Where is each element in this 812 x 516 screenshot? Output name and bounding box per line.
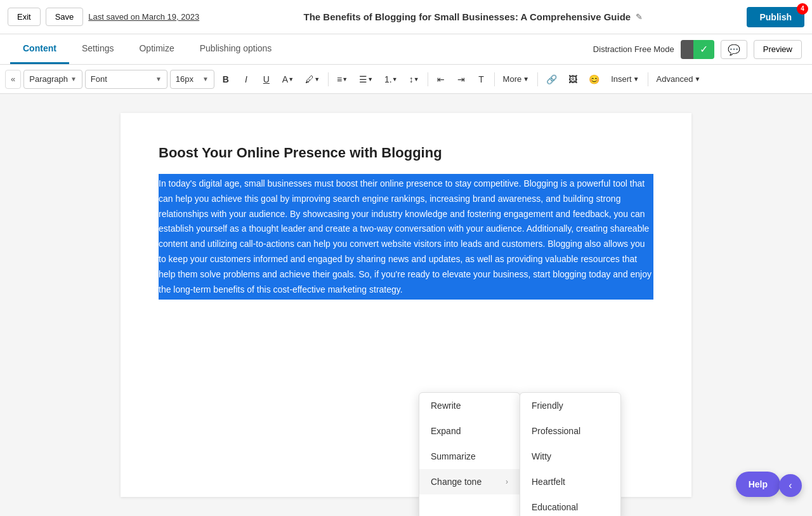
submenu-item-heartfelt[interactable]: Heartfelt: [520, 469, 620, 494]
emoji-icon: 😊: [589, 74, 599, 84]
format-button[interactable]: T: [473, 70, 490, 89]
tab-optimize[interactable]: Optimize: [126, 34, 187, 64]
page-title: The Benefits of Blogging for Small Busin…: [304, 11, 631, 22]
font-size-chevron: ▼: [202, 76, 209, 83]
rewrite-label: Rewrite: [431, 400, 461, 411]
list-button[interactable]: ☰ ▼: [355, 70, 377, 89]
align-icon: ≡: [337, 74, 342, 84]
document-heading: Boost Your Online Presence with Blogging: [159, 145, 653, 161]
indent-right-icon: ⇥: [457, 74, 465, 84]
divider-4: [537, 72, 538, 86]
tab-publishing-options[interactable]: Publishing options: [187, 34, 285, 64]
highlight-icon: 🖊: [305, 74, 314, 84]
chat-button[interactable]: 💬: [721, 40, 747, 59]
indent-left-icon: ⇤: [437, 74, 445, 84]
font-label: Font: [91, 74, 107, 84]
nav-tab-right: Distraction Free Mode ✓ 💬 Preview: [593, 40, 802, 59]
link-icon: 🔗: [546, 74, 557, 84]
link-button[interactable]: 🔗: [542, 70, 561, 89]
advanced-chevron: ▼: [694, 76, 700, 83]
toggle-on-btn[interactable]: ✓: [693, 40, 714, 59]
toggle-off-btn[interactable]: [681, 40, 693, 59]
list-icon: ☰: [359, 74, 367, 84]
menu-item-change-tone[interactable]: Change tone ›: [419, 469, 520, 494]
preview-button[interactable]: Preview: [754, 40, 802, 59]
editor-document: Boost Your Online Presence with Blogging…: [121, 113, 691, 497]
top-bar-left: Exit Save Last saved on March 19, 2023: [8, 8, 199, 26]
paragraph-select[interactable]: Paragraph ▼: [23, 70, 82, 89]
expand-label: Expand: [431, 426, 461, 436]
divider-2: [428, 72, 428, 86]
more-label: More: [503, 74, 522, 84]
image-button[interactable]: 🖼: [564, 70, 582, 89]
advanced-label: Advanced: [657, 74, 693, 84]
advanced-button[interactable]: Advanced ▼: [652, 70, 705, 89]
tab-settings[interactable]: Settings: [69, 34, 127, 64]
top-bar-right: Publish 4: [747, 7, 804, 27]
change-tone-chevron: ›: [506, 477, 508, 486]
paragraph-label: Paragraph: [29, 74, 68, 84]
divider-1: [328, 72, 329, 86]
line-height-icon: ↕: [409, 74, 414, 84]
text-color-icon: A: [282, 74, 288, 84]
font-select[interactable]: Font ▼: [85, 70, 167, 89]
help-button[interactable]: Help: [736, 472, 780, 497]
font-size-select[interactable]: 16px ▼: [170, 70, 214, 89]
emoji-button[interactable]: 😊: [584, 70, 604, 89]
font-chevron: ▼: [155, 76, 162, 83]
paragraph-chevron: ▼: [70, 76, 77, 83]
italic-button[interactable]: I: [237, 70, 255, 89]
ordered-list-icon: 1.: [384, 74, 392, 84]
insert-button[interactable]: Insert ▼: [606, 70, 643, 89]
context-submenu: Friendly Professional Witty Heartfelt Ed…: [520, 392, 621, 516]
publish-badge: 4: [797, 3, 808, 15]
divider-3: [494, 72, 495, 86]
save-button[interactable]: Save: [46, 8, 84, 26]
line-height-button[interactable]: ↕ ▼: [405, 70, 424, 89]
nav-tabs: Content Settings Optimize Publishing opt…: [0, 34, 812, 65]
context-menu-container: Rewrite Expand Summarize Change tone › F…: [419, 392, 621, 516]
indent-left-button[interactable]: ⇤: [432, 70, 450, 89]
insert-label: Insert: [611, 74, 632, 84]
toolbar: « Paragraph ▼ Font ▼ 16px ▼ B I U A ▼ 🖊 …: [0, 65, 812, 94]
highlight-button[interactable]: 🖊 ▼: [301, 70, 324, 89]
content-area: Boost Your Online Presence with Blogging…: [0, 94, 812, 516]
ordered-list-button[interactable]: 1. ▼: [380, 70, 402, 89]
summarize-label: Summarize: [431, 451, 476, 461]
image-icon: 🖼: [568, 74, 577, 84]
more-button[interactable]: More ▼: [499, 70, 534, 89]
text-color-button[interactable]: A ▼: [278, 70, 298, 89]
format-icon: T: [478, 74, 484, 84]
more-chevron: ▼: [523, 76, 529, 83]
context-menu: Rewrite Expand Summarize Change tone ›: [419, 392, 520, 516]
menu-item-summarize[interactable]: Summarize: [419, 444, 520, 469]
submenu-item-professional[interactable]: Professional: [520, 418, 620, 444]
tab-content[interactable]: Content: [10, 34, 69, 64]
publish-label: Publish: [759, 12, 792, 22]
publish-button[interactable]: Publish 4: [747, 7, 804, 27]
divider-5: [648, 72, 648, 86]
toolbar-collapse-button[interactable]: «: [5, 70, 21, 89]
distraction-free-label: Distraction Free Mode: [593, 44, 674, 54]
editor-wrapper[interactable]: Boost Your Online Presence with Blogging…: [0, 94, 812, 516]
submenu-item-educational[interactable]: Educational: [520, 494, 620, 516]
last-saved-label[interactable]: Last saved on March 19, 2023: [88, 12, 199, 22]
indent-right-button[interactable]: ⇥: [452, 70, 470, 89]
document-paragraph[interactable]: In today's digital age, small businesses…: [159, 174, 653, 300]
bold-button[interactable]: B: [217, 70, 235, 89]
font-size-label: 16px: [176, 74, 193, 84]
menu-item-rewrite[interactable]: Rewrite: [419, 393, 520, 418]
menu-item-expand[interactable]: Expand: [419, 418, 520, 444]
submenu-item-witty[interactable]: Witty: [520, 444, 620, 469]
exit-button[interactable]: Exit: [8, 8, 41, 26]
submenu-item-friendly[interactable]: Friendly: [520, 393, 620, 418]
align-button[interactable]: ≡ ▼: [332, 70, 352, 89]
distraction-toggle[interactable]: ✓: [681, 40, 714, 59]
underline-button[interactable]: U: [258, 70, 275, 89]
insert-chevron: ▼: [633, 76, 639, 83]
edit-title-icon[interactable]: ✎: [636, 12, 643, 22]
change-tone-label: Change tone: [431, 477, 481, 487]
page-title-area: The Benefits of Blogging for Small Busin…: [206, 11, 740, 22]
top-bar: Exit Save Last saved on March 19, 2023 T…: [0, 0, 812, 34]
collapse-right-button[interactable]: ‹: [779, 474, 802, 497]
